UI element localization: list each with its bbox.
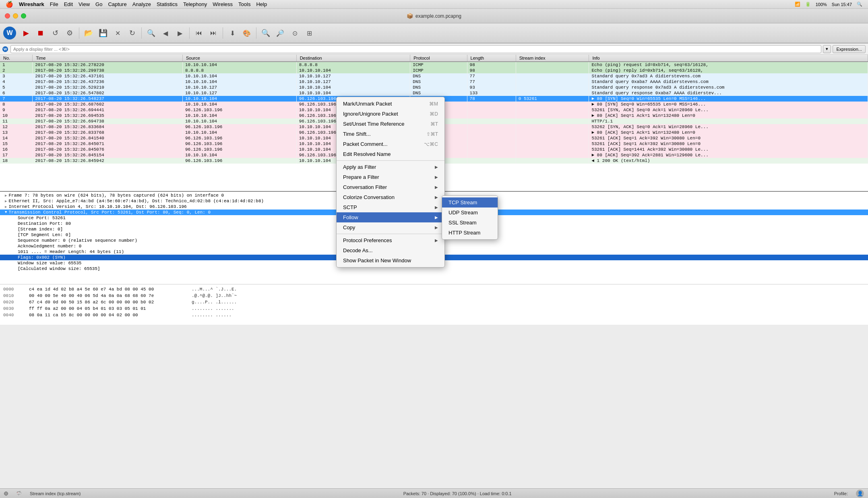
resize-columns-button[interactable]: ⊞: [302, 26, 316, 40]
expander-icon: ▶: [5, 199, 7, 203]
table-row[interactable]: 62017-08-20 15:32:26.54780210.10.10.1271…: [0, 90, 868, 96]
col-no[interactable]: No.: [0, 55, 33, 62]
table-row[interactable]: 52017-08-20 15:32:26.52921010.10.10.1271…: [0, 85, 868, 90]
menu-wireshark[interactable]: Wireshark: [19, 1, 44, 7]
minimize-button[interactable]: [13, 13, 18, 19]
context-menu-item[interactable]: SCTP▶: [337, 202, 444, 212]
context-menu-item[interactable]: Ignore/Unignore Packet⌘D: [337, 109, 444, 119]
profile-icon[interactable]: 👤: [856, 490, 864, 498]
follow-submenu[interactable]: TCP StreamUDP StreamSSL StreamHTTP Strea…: [442, 195, 498, 240]
submenu-item[interactable]: SSL Stream: [442, 218, 498, 228]
hex-bytes: 08 0a 11 ca b5 8c 00 00 00 00 04 02 00 0…: [29, 312, 182, 318]
zoom-in-button[interactable]: 🔍: [259, 26, 273, 40]
context-menu-item[interactable]: Colorize Conversation▶: [337, 192, 444, 202]
zoom-normal-button[interactable]: ⊙: [288, 26, 302, 40]
table-row[interactable]: 12017-08-20 15:32:26.27822010.10.10.1048…: [0, 62, 868, 68]
filterbar: W ▾ Expression...: [0, 44, 868, 55]
context-menu-item[interactable]: Packet Comment...⌥⌘C: [337, 139, 444, 149]
toolbar-separator-5: [256, 27, 256, 39]
apple-menu[interactable]: 🍎: [6, 1, 13, 8]
save-file-button[interactable]: 💾: [96, 26, 110, 40]
zoom-out-button[interactable]: 🔎: [273, 26, 287, 40]
context-menu-item[interactable]: Conversation Filter▶: [337, 182, 444, 192]
expression-button[interactable]: Expression...: [833, 45, 866, 53]
menu-view[interactable]: View: [79, 1, 90, 7]
context-menu-item[interactable]: Follow▶: [337, 212, 444, 222]
col-stream[interactable]: Stream index: [516, 55, 589, 62]
close-file-button[interactable]: ✕: [111, 26, 124, 40]
window-controls[interactable]: [5, 13, 26, 19]
next-button[interactable]: ▶: [173, 26, 187, 40]
submenu-arrow-icon: ▶: [435, 238, 438, 243]
context-menu-item[interactable]: Prepare a Filter▶: [337, 172, 444, 182]
battery-percent: 100%: [816, 2, 827, 7]
battery-icon: 🔋: [805, 2, 811, 7]
toolbar-separator-3: [189, 27, 190, 39]
filter-icon: W: [2, 46, 8, 52]
menu-help[interactable]: Help: [256, 1, 267, 7]
context-menu-item[interactable]: Show Packet in New Window: [337, 255, 444, 266]
filter-dropdown-button[interactable]: ▾: [823, 45, 831, 53]
context-menu-item[interactable]: Apply as Filter▶: [337, 162, 444, 172]
last-packet-button[interactable]: ⏭: [207, 26, 220, 40]
table-row[interactable]: 32017-08-20 15:32:26.43710110.10.10.1041…: [0, 73, 868, 79]
stream-index-label: Stream index (tcp.stream): [30, 491, 81, 496]
filter-input[interactable]: [10, 45, 821, 53]
context-menu-item[interactable]: Mark/Unmark Packet⌘M: [337, 99, 444, 109]
hex-ascii: ........ ......: [192, 312, 231, 318]
close-button[interactable]: [5, 13, 10, 19]
hex-bytes: c4 ea 1d 4d 02 b8 a4 5e 60 e7 4a bd 08 0…: [29, 286, 182, 293]
col-destination[interactable]: Destination: [296, 55, 410, 62]
col-protocol[interactable]: Protocol: [410, 55, 467, 62]
shortcut-label: ⌥⌘C: [424, 141, 438, 147]
col-length[interactable]: Length: [467, 55, 516, 62]
menu-capture[interactable]: Capture: [108, 1, 126, 7]
menu-analyze[interactable]: Analyze: [132, 1, 151, 7]
menu-wireless[interactable]: Wireless: [213, 1, 233, 7]
titlebar-title: 📦 example.com.pcapng: [407, 13, 461, 19]
col-source[interactable]: Source: [183, 55, 297, 62]
context-menu-item[interactable]: Protocol Preferences▶: [337, 235, 444, 245]
menu-telephony[interactable]: Telephony: [183, 1, 207, 7]
table-row[interactable]: 42017-08-20 15:32:26.43723610.10.10.1041…: [0, 79, 868, 85]
hex-row: 002067 c4 d0 0d 00 50 15 86 a2 6c 00 00 …: [3, 299, 865, 305]
search-icon[interactable]: 🔍: [857, 2, 862, 7]
colorize-button[interactable]: 🎨: [240, 26, 254, 40]
first-packet-button[interactable]: ⏮: [192, 26, 206, 40]
submenu-item[interactable]: TCP Stream: [442, 197, 498, 208]
hex-ascii: ........ .......: [192, 305, 234, 312]
open-file-button[interactable]: 📂: [82, 26, 95, 40]
menu-edit[interactable]: Edit: [64, 1, 73, 7]
menu-file[interactable]: File: [50, 1, 58, 7]
find-button[interactable]: 🔍: [144, 26, 158, 40]
statusbar: 🦈 Stream index (tcp.stream) Packets: 70 …: [0, 488, 868, 498]
submenu-item[interactable]: HTTP Stream: [442, 228, 498, 238]
submenu-item[interactable]: UDP Stream: [442, 208, 498, 218]
shortcut-label: ⇧⌘T: [426, 131, 438, 137]
context-menu-item[interactable]: Time Shift...⇧⌘T: [337, 129, 444, 139]
menu-go[interactable]: Go: [95, 1, 102, 7]
stop-capture-button[interactable]: ⏹: [34, 26, 48, 40]
expander-icon: ▼: [5, 210, 7, 214]
start-capture-button[interactable]: ▶: [19, 26, 33, 40]
context-menu-item[interactable]: Edit Resolved Name: [337, 149, 444, 159]
hex-address: 0030: [3, 305, 19, 312]
autoscroll-button[interactable]: ⬇: [225, 26, 239, 40]
table-row[interactable]: 22017-08-20 15:32:26.2997388.8.8.810.10.…: [0, 68, 868, 73]
submenu-arrow-icon: ▶: [435, 195, 438, 199]
context-menu[interactable]: Mark/Unmark Packet⌘MIgnore/Unignore Pack…: [336, 97, 445, 268]
menu-tools[interactable]: Tools: [238, 1, 250, 7]
maximize-button[interactable]: [21, 13, 26, 19]
context-menu-item[interactable]: Set/Unset Time Reference⌘T: [337, 119, 444, 129]
prev-button[interactable]: ◀: [159, 26, 172, 40]
restart-capture-button[interactable]: ↺: [48, 26, 62, 40]
options-button[interactable]: ⚙: [63, 26, 76, 40]
shortcut-label: ⌘D: [430, 111, 438, 117]
col-info[interactable]: Info: [589, 55, 868, 62]
col-time[interactable]: Time: [33, 55, 183, 62]
context-menu-item[interactable]: Decode As...: [337, 245, 444, 255]
menu-statistics[interactable]: Statistics: [157, 1, 178, 7]
reload-button[interactable]: ↻: [125, 26, 139, 40]
wifi-icon: 📶: [795, 2, 800, 7]
context-menu-item[interactable]: Copy▶: [337, 222, 444, 232]
